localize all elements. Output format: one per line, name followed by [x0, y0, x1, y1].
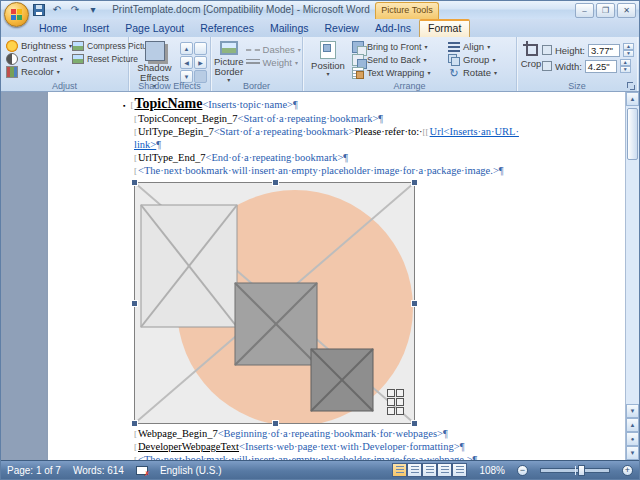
tab-insert[interactable]: Insert — [75, 20, 117, 37]
dropdown-icon: ▾ — [487, 44, 490, 50]
width-down-icon[interactable]: ▼ — [620, 66, 631, 73]
resize-handle-nw[interactable] — [131, 179, 138, 186]
width-icon — [542, 61, 552, 71]
doc-seg-link[interactable]: Url<Inserts·an·URL· — [430, 126, 519, 137]
office-button[interactable] — [4, 2, 29, 27]
document-page[interactable]: ▪[TopicName<Inserts·topic·name>¶[TopicCo… — [48, 92, 627, 460]
crop-button[interactable]: Crop — [520, 39, 542, 74]
width-stepper[interactable]: ▲ ▼ — [620, 59, 631, 73]
bring-to-front-button[interactable]: Bring to Front ▾ — [350, 40, 446, 53]
width-input[interactable]: 4.25" — [585, 60, 617, 73]
doc-seg-desc: <End·of·a·repeating·bookmark> — [206, 152, 344, 163]
zoom-slider-thumb[interactable] — [578, 465, 585, 476]
resize-handle-s[interactable] — [272, 420, 279, 427]
ribbon-tabs: HomeInsertPage LayoutReferencesMailingsR… — [1, 19, 639, 37]
resize-handle-e[interactable] — [411, 300, 418, 307]
brightness-button[interactable]: Brightness ▾ — [4, 39, 70, 52]
align-button[interactable]: Align ▾ — [446, 40, 508, 53]
nudge-shadow-up-button[interactable]: ▲ — [180, 42, 193, 55]
status-language[interactable]: English (U.S.) — [160, 465, 222, 476]
doc-line: [UrlType_Begin_7<Start·of·a·repeating·bo… — [134, 125, 593, 138]
redo-button[interactable]: ↷ — [68, 4, 82, 17]
zoom-out-button[interactable]: − — [517, 465, 528, 476]
doc-seg-desc: <Inserts·topic·name> — [202, 99, 293, 110]
position-icon — [320, 41, 336, 59]
group-icon — [448, 54, 460, 66]
proofing-status-icon[interactable]: ✗ — [136, 466, 148, 475]
dashes-button[interactable]: Dashes ▾ — [244, 43, 303, 56]
zoom-level[interactable]: 108% — [479, 465, 505, 476]
height-stepper[interactable]: ▲ ▼ — [623, 43, 634, 57]
close-button[interactable]: ✕ — [617, 3, 636, 18]
placeholder-image[interactable] — [134, 182, 415, 424]
tab-add-ins[interactable]: Add-Ins — [367, 20, 419, 37]
tab-review[interactable]: Review — [316, 20, 366, 37]
minimize-button[interactable]: – — [575, 3, 594, 18]
compress-pictures-button[interactable]: Compress Pictures — [70, 39, 128, 52]
contrast-button[interactable]: Contrast ▾ — [4, 52, 70, 65]
print-layout-view-button[interactable] — [392, 463, 407, 477]
crop-label: Crop — [521, 59, 542, 69]
height-input[interactable]: 3.77" — [588, 44, 620, 57]
vertical-scrollbar[interactable]: ▲ ▼ ▲ ● ▼ — [625, 92, 639, 460]
document-content: ▪[TopicName<Inserts·topic·name>¶[TopicCo… — [48, 92, 613, 460]
outline-view-button[interactable] — [437, 463, 452, 477]
tab-references[interactable]: References — [192, 20, 262, 37]
tab-mailings[interactable]: Mailings — [262, 20, 317, 37]
size-dialog-launcher[interactable] — [626, 81, 635, 90]
scroll-up-button[interactable]: ▲ — [626, 92, 639, 106]
maximize-button[interactable]: ❐ — [596, 3, 615, 18]
ribbon: Brightness ▾ Contrast ▾ Recolor ▾ — [1, 37, 639, 92]
undo-button[interactable]: ↶ — [50, 4, 64, 17]
recolor-button[interactable]: Recolor ▾ — [4, 65, 70, 78]
height-down-icon[interactable]: ▼ — [623, 50, 634, 57]
full-screen-reading-view-button[interactable] — [407, 463, 422, 477]
reset-picture-button[interactable]: Reset Picture — [70, 52, 128, 65]
toggle-shadow-button[interactable] — [194, 42, 207, 55]
resize-handle-se[interactable] — [411, 420, 418, 427]
zoom-slider[interactable] — [540, 468, 610, 473]
next-page-button[interactable]: ▼ — [626, 446, 639, 460]
status-page[interactable]: Page: 1 of 7 — [7, 465, 61, 476]
scrollbar-thumb[interactable] — [627, 108, 638, 160]
shadow-effects-label: Shadow Effects — [132, 63, 177, 83]
status-words[interactable]: Words: 614 — [73, 465, 124, 476]
resize-handle-w[interactable] — [131, 300, 138, 307]
doc-seg-desc: <Start·of·a·repeating·bookmark> — [238, 113, 379, 124]
doc-seg-plain: UrlType_Begin_7 — [138, 126, 214, 137]
web-layout-view-button[interactable] — [422, 463, 437, 477]
previous-page-button[interactable]: ▲ — [626, 418, 639, 432]
position-button[interactable]: Position ▾ — [306, 39, 350, 79]
recolor-icon — [6, 66, 18, 78]
rotate-button[interactable]: ↻ Rotate ▾ — [446, 66, 508, 79]
scroll-down-button[interactable]: ▼ — [626, 404, 639, 418]
resize-handle-n[interactable] — [272, 179, 279, 186]
resize-handle-ne[interactable] — [411, 179, 418, 186]
tab-home[interactable]: Home — [31, 20, 75, 37]
brightness-icon — [6, 40, 18, 52]
window-title: PrintTemplate.docm [Compatibility Mode] … — [91, 4, 391, 15]
width-up-icon[interactable]: ▲ — [620, 59, 631, 66]
select-browse-object-button[interactable]: ● — [626, 432, 639, 446]
height-up-icon[interactable]: ▲ — [623, 43, 634, 50]
image-resize-grip[interactable] — [387, 389, 404, 415]
resize-handle-sw[interactable] — [131, 420, 138, 427]
dropdown-icon: ▾ — [424, 57, 427, 63]
doc-seg-nameU: DeveloperWebpageText — [138, 441, 239, 452]
doc-seg-pil: ¶ — [156, 139, 161, 150]
group-button[interactable]: Group ▾ — [446, 53, 508, 66]
rotate-icon: ↻ — [448, 67, 460, 79]
draft-view-button[interactable] — [452, 463, 467, 477]
nudge-shadow-right-button[interactable]: ▶ — [194, 56, 207, 69]
weight-button[interactable]: Weight ▾ — [244, 56, 303, 69]
doc-seg-plain: UrlType_End_7 — [138, 152, 206, 163]
picture-border-button[interactable]: Picture Border ▾ — [214, 39, 244, 83]
tab-page-layout[interactable]: Page Layout — [117, 20, 192, 37]
placeholder-square-dark — [311, 349, 373, 411]
zoom-in-button[interactable]: + — [622, 465, 633, 476]
save-button[interactable] — [32, 4, 46, 17]
doc-line: [TopicConcept_Begin_7<Start·of·a·repeati… — [134, 112, 593, 125]
tab-format[interactable]: Format — [419, 19, 470, 37]
doc-seg-link[interactable]: link> — [134, 139, 156, 150]
nudge-shadow-left-button[interactable]: ◀ — [180, 56, 193, 69]
